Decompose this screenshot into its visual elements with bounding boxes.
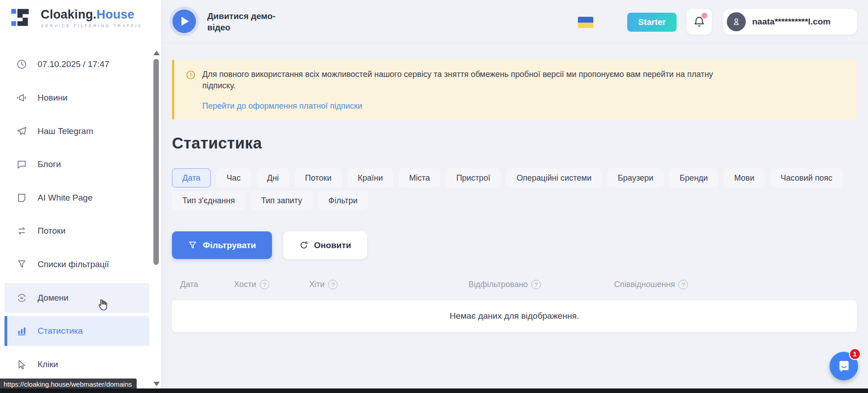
play-icon [181, 17, 189, 26]
avatar [727, 12, 746, 31]
tab-cities[interactable]: Міста [399, 168, 440, 187]
notifications-button[interactable] [687, 9, 712, 34]
sidebar-datetime: 07.10.2025 / 17:47 [5, 49, 149, 79]
subscribe-link[interactable]: Перейти до оформлення платної підписки [202, 101, 362, 111]
taskbar-edge [0, 388, 868, 393]
sidebar-item-clicks[interactable]: Кліки [5, 350, 149, 379]
sidebar-item-ai-white-page[interactable]: AI White Page [5, 183, 149, 213]
user-account-button[interactable]: naata**********l.com [723, 9, 857, 34]
tab-countries[interactable]: Країни [348, 168, 394, 187]
filter-button[interactable]: Фільтрувати [172, 231, 272, 259]
tab-time[interactable]: Час [216, 168, 251, 187]
bar-chart-icon [16, 326, 27, 336]
page-icon [16, 192, 27, 203]
statistics-filter-tabs: Дата Час Дні Потоки Країни Міста Пристро… [172, 168, 860, 210]
clock-icon [16, 59, 27, 70]
page-title: Статистика [172, 134, 262, 152]
trial-warning-banner: Для повного використання всіх можливосте… [172, 60, 857, 120]
brand-name: Cloaking.House [41, 8, 143, 22]
tab-devices[interactable]: Пристрої [446, 168, 501, 187]
cursor-icon [16, 359, 27, 370]
column-filtered: Відфільтровано? [468, 280, 614, 289]
funnel-icon [188, 240, 197, 250]
person-icon [731, 16, 742, 27]
chat-widget-icon [836, 359, 852, 374]
banner-message: Для повного використання всіх можливосте… [202, 69, 741, 91]
warning-icon [186, 70, 196, 80]
funnel-icon [16, 259, 27, 270]
help-icon[interactable]: ? [531, 280, 541, 289]
sidebar-item-filter-lists[interactable]: Списки фільтрації [5, 249, 149, 279]
tab-brands[interactable]: Бренди [669, 168, 718, 187]
streams-icon [16, 225, 27, 236]
logo-icon [11, 7, 35, 28]
brand-tagline: SERVICE FILTERING TRAFFIC [41, 23, 143, 28]
sidebar-item-news[interactable]: Новини [5, 83, 149, 113]
help-icon[interactable]: ? [260, 280, 269, 289]
tab-date[interactable]: Дата [172, 168, 211, 187]
tab-streams[interactable]: Потоки [295, 168, 342, 187]
sidebar: Cloaking.House SERVICE FILTERING TRAFFIC… [0, 0, 161, 393]
user-email: naata**********l.com [752, 17, 830, 27]
notification-dot [701, 13, 707, 19]
sidebar-item-domains[interactable]: w Домени [5, 283, 149, 313]
column-ratio: Співвідношення? [614, 280, 857, 289]
tab-request-type[interactable]: Тип запиту [251, 191, 313, 210]
column-date: Дата [180, 280, 234, 289]
tab-filters[interactable]: Фільтри [318, 191, 368, 210]
column-hits: Хіти? [309, 280, 468, 289]
refresh-button[interactable]: Оновити [283, 231, 367, 259]
refresh-icon [299, 240, 309, 250]
svg-text:w: w [19, 296, 24, 300]
tab-days[interactable]: Дні [257, 168, 289, 187]
demo-video-label[interactable]: Дивитися демо-відео [207, 10, 284, 33]
tab-browsers[interactable]: Браузери [607, 168, 664, 187]
chat-bubble-icon [16, 159, 27, 170]
tab-operating-systems[interactable]: Операційні системи [506, 168, 602, 187]
tab-languages[interactable]: Мови [724, 168, 765, 187]
tab-connection-type[interactable]: Тип з'єднання [172, 191, 245, 210]
statistics-table-header: Дата Хости? Хіти? Відфільтровано? Співві… [172, 275, 857, 293]
empty-state-card: Немає даних для відображення. [172, 300, 857, 332]
megaphone-icon [16, 92, 27, 103]
column-hosts: Хости? [234, 280, 309, 289]
sidebar-item-streams[interactable]: Потоки [5, 216, 149, 246]
sidebar-item-blogs[interactable]: Блоги [5, 149, 149, 179]
help-icon[interactable]: ? [328, 280, 338, 289]
sidebar-scrollbar-thumb[interactable] [153, 59, 159, 265]
demo-video-button[interactable] [169, 6, 199, 36]
chat-unread-badge: 1 [849, 348, 861, 360]
sidebar-item-statistics[interactable]: Статистика [5, 316, 149, 346]
sidebar-scroll-down-arrow[interactable] [153, 382, 160, 386]
brand-logo[interactable]: Cloaking.House SERVICE FILTERING TRAFFIC [11, 7, 143, 28]
language-flag-ukraine[interactable] [578, 17, 593, 28]
paper-plane-icon [16, 126, 27, 137]
help-icon[interactable]: ? [678, 280, 688, 289]
empty-state-text: Немає даних для відображення. [450, 311, 579, 321]
tab-timezone[interactable]: Часовий пояс [770, 168, 843, 187]
sidebar-item-telegram[interactable]: Наш Telegram [5, 116, 149, 146]
plan-badge-button[interactable]: Starter [627, 13, 677, 32]
app-window: Cloaking.House SERVICE FILTERING TRAFFIC… [0, 0, 868, 393]
sidebar-scroll-up-arrow[interactable] [153, 51, 160, 55]
domains-icon: w [16, 292, 27, 303]
